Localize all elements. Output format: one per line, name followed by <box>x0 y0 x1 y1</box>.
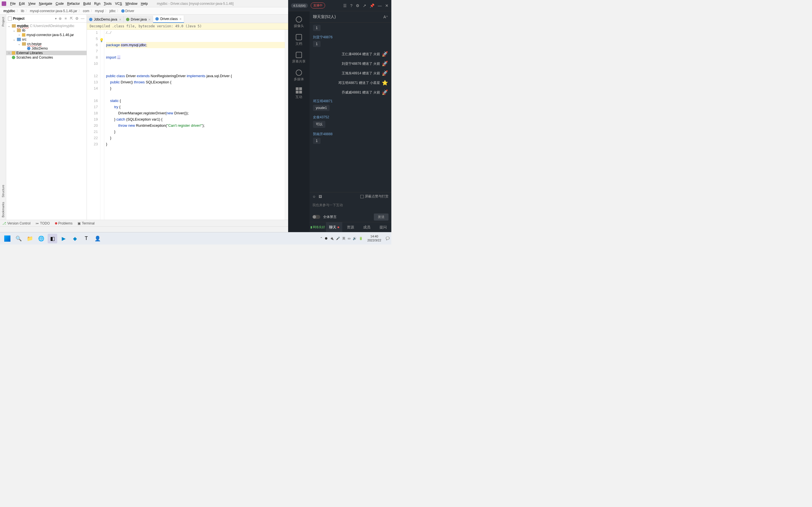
tool-todo[interactable]: ≔TODO <box>36 221 50 225</box>
tab-member[interactable]: 成员 <box>359 222 375 232</box>
document-icon <box>296 34 302 40</box>
tool-structure[interactable]: Structure <box>1 182 5 200</box>
live-topbar: 4.5.6(64) 直播中 ☰ ? ⚙ ↗ 📌 — ✕ <box>288 0 391 11</box>
image-icon[interactable]: 🖼 <box>319 194 322 199</box>
tray-mic-icon[interactable]: 🎤 <box>336 237 340 240</box>
help-icon[interactable]: ? <box>350 3 352 8</box>
settings-icon[interactable]: ⚙ <box>75 16 79 21</box>
breadcrumb-item[interactable]: mysql <box>94 9 105 13</box>
menu-run[interactable]: Run <box>93 2 102 6</box>
menu-view[interactable]: View <box>27 2 37 6</box>
close-icon[interactable]: ✕ <box>179 17 182 20</box>
shield-checkbox[interactable]: 屏蔽点赞与打赏 <box>360 194 389 199</box>
tab-resource[interactable]: 资源 <box>342 222 359 232</box>
breadcrumb-item[interactable]: mysql-connector-java-5.1.46.jar <box>29 9 79 13</box>
search-button[interactable]: 🔍 <box>14 234 23 243</box>
tree-root[interactable]: ⌄myjdbcC:\Users\zed\Desktop\myjdbc <box>6 24 87 28</box>
breadcrumb: myjdbc〉 lib〉 mysql-connector-java-5.1.46… <box>0 7 288 15</box>
close-icon[interactable]: ✕ <box>119 18 121 21</box>
menu-code[interactable]: Code <box>54 2 65 6</box>
menu-refactor[interactable]: Refactor <box>65 2 82 6</box>
gift-message: 乔威威48881 赠送了 火箭🚀 <box>313 89 388 96</box>
tree-external-libs[interactable]: ›External Libraries <box>6 51 87 55</box>
tray-icon[interactable]: 🔌 <box>330 237 334 240</box>
app-button[interactable]: ◆ <box>70 234 80 243</box>
mute-all-toggle[interactable] <box>312 215 320 219</box>
project-view-icon <box>8 17 12 20</box>
project-panel: Project ▾ ⊕ ≡ ⇱ ⚙ — ⌄myjdbcC:\Users\zed\… <box>6 15 87 220</box>
app-button[interactable]: 👤 <box>93 234 102 243</box>
breadcrumb-item[interactable]: Driver <box>120 9 135 13</box>
tab-chat[interactable]: 聊天 <box>326 222 342 232</box>
side-screen[interactable]: 屏幕共享 <box>288 50 310 66</box>
menu-help[interactable]: Help <box>139 2 149 6</box>
ime-indicator[interactable]: 英 <box>342 236 345 240</box>
start-button[interactable] <box>3 234 12 243</box>
intellij-button[interactable]: ◧ <box>48 234 57 243</box>
tray-icon[interactable]: ▭ <box>348 237 350 240</box>
menu-edit[interactable]: Edit <box>17 2 27 6</box>
menu-build[interactable]: Build <box>82 2 93 6</box>
tray-icon[interactable]: ⬢ <box>325 237 327 240</box>
tab-qa[interactable]: 提问 <box>375 222 391 232</box>
side-media[interactable]: 多媒体 <box>288 67 310 84</box>
tab-driver-class[interactable]: Driver.class✕ <box>153 15 184 23</box>
grid-icon <box>296 87 302 94</box>
font-size-button[interactable]: A⁺ <box>384 15 388 19</box>
class-icon <box>27 47 31 50</box>
breadcrumb-item[interactable]: com <box>82 9 91 13</box>
menu-file[interactable]: File <box>8 2 17 6</box>
side-camera[interactable]: 摄像头 <box>288 14 310 31</box>
tool-problems[interactable]: Problems <box>55 221 73 225</box>
select-opened-icon[interactable]: ⊕ <box>58 16 62 21</box>
menu-tools[interactable]: Tools <box>102 2 113 6</box>
app-button[interactable]: T <box>82 234 91 243</box>
chat-input[interactable]: 我也来参与一下互动 <box>310 201 391 212</box>
emoji-icon[interactable]: ☺ <box>312 194 316 199</box>
tray-chevron-icon[interactable]: ⌃ <box>320 237 322 240</box>
tab-driver-java[interactable]: Driver.java✕ <box>124 16 153 23</box>
chrome-button[interactable]: 🌐 <box>36 234 46 243</box>
chat-list[interactable]: 1 刘亚宁488761 王仁康48904 赠送了 火箭🚀 刘亚宁48876 赠送… <box>310 22 391 192</box>
rocket-icon: 🚀 <box>382 61 388 67</box>
tree-lib[interactable]: ⌄lib <box>6 28 87 33</box>
breadcrumb-root[interactable]: myjdbc <box>2 9 16 13</box>
tree-class[interactable]: JdbcDemo <box>6 46 87 51</box>
hide-icon[interactable]: — <box>80 16 85 21</box>
dropdown-icon[interactable]: ▾ <box>55 17 57 20</box>
close-icon[interactable]: ✕ <box>148 18 151 21</box>
menu-icon[interactable]: ☰ <box>343 3 347 8</box>
battery-icon[interactable]: 🔋 <box>359 237 363 240</box>
tool-vcs[interactable]: ⎇Version Control <box>2 221 31 225</box>
popout-icon[interactable]: ↗ <box>363 3 366 8</box>
menu-window[interactable]: Window <box>124 2 139 6</box>
tool-bookmarks[interactable]: Bookmarks <box>1 200 5 220</box>
tree-jar[interactable]: ›mysql-connector-java-5.1.46.jar <box>6 33 87 37</box>
menu-navigate[interactable]: Navigate <box>37 2 54 6</box>
tree-src[interactable]: ⌄src <box>6 37 87 42</box>
minimize-icon[interactable]: — <box>378 3 382 8</box>
side-doc[interactable]: 文档 <box>288 32 310 48</box>
pin-icon[interactable]: 📌 <box>370 3 374 8</box>
send-button[interactable]: 发送 <box>374 214 389 221</box>
intention-bulb-icon[interactable]: 💡 <box>99 37 104 43</box>
tool-terminal[interactable]: ▣Terminal <box>78 221 94 225</box>
app-button[interactable]: ▶ <box>59 234 68 243</box>
code-editor[interactable]: 1567810 121314 1617181920212223 💡 /.../ … <box>87 30 288 220</box>
menu-vcs[interactable]: VCS <box>113 2 124 6</box>
expand-all-icon[interactable]: ≡ <box>63 16 68 21</box>
clock[interactable]: 14:40 2022/3/22 <box>367 235 381 242</box>
breadcrumb-item[interactable]: jdbc <box>108 9 117 13</box>
explorer-button[interactable]: 📁 <box>25 234 35 243</box>
notifications-icon[interactable]: 💬 <box>386 237 390 240</box>
settings-icon[interactable]: ⚙ <box>356 3 359 8</box>
tree-scratches[interactable]: Scratches and Consoles <box>6 55 87 60</box>
tree-package[interactable]: ⌄cn.heyige <box>6 42 87 46</box>
volume-icon[interactable]: 🔊 <box>353 237 357 240</box>
collapse-all-icon[interactable]: ⇱ <box>69 16 73 21</box>
close-icon[interactable]: ✕ <box>385 3 389 8</box>
breadcrumb-item[interactable]: lib <box>20 9 26 13</box>
tool-project[interactable]: Project <box>1 15 5 29</box>
tab-jdbcdemo[interactable]: JdbcDemo.java✕ <box>87 16 124 23</box>
side-interact[interactable]: 互动 <box>288 85 310 102</box>
